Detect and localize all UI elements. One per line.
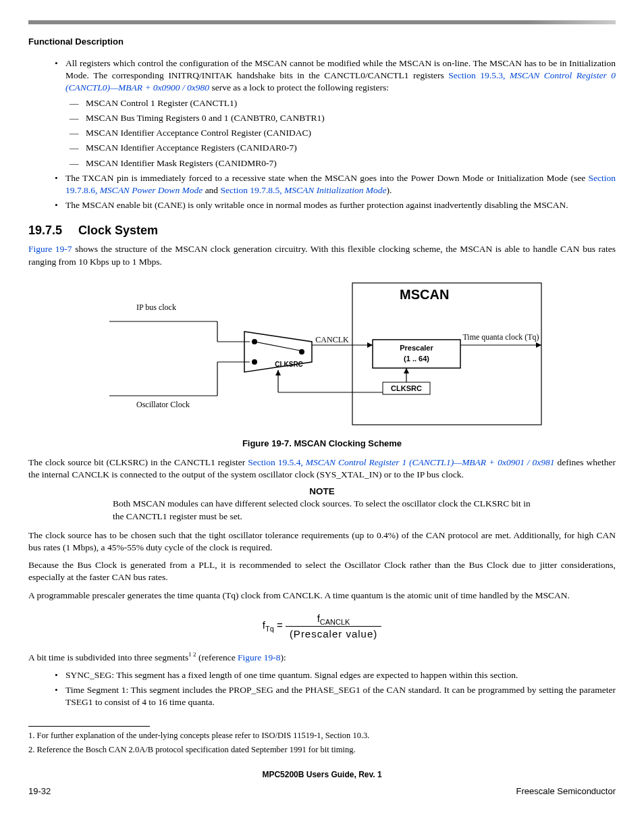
footnote-marker: 1 2 xyxy=(188,651,196,658)
list-item: MSCAN Identifier Mask Registers (CANIDMR… xyxy=(86,157,616,170)
page-footer: MPC5200B Users Guide, Rev. 1 19-32 Frees… xyxy=(28,770,616,796)
footnote: 2. Reference the Bosch CAN 2.0A/B protoc… xyxy=(28,745,616,755)
xref-link[interactable]: Section 19.7.8.5, MSCAN Initialization M… xyxy=(221,185,387,195)
svg-marker-3 xyxy=(536,342,541,348)
list-item: MSCAN Identifier Acceptance Registers (C… xyxy=(86,142,616,154)
text: ). xyxy=(387,185,392,195)
page-number: 19-32 xyxy=(28,786,51,796)
paragraph: Figure 19-7 shows the structure of the M… xyxy=(28,243,616,267)
footnote: 1. For further explanation of the under-… xyxy=(28,731,616,741)
text: serve as a lock to protect the following… xyxy=(209,82,389,93)
tq-label: Time quanta clock (Tq) xyxy=(462,332,539,342)
note-body: Both MSCAN modules can have different se… xyxy=(113,498,531,522)
xref-link[interactable]: Figure 19-8 xyxy=(238,652,280,662)
text: and xyxy=(203,185,220,195)
footer-doc-title: MPC5200B Users Guide, Rev. 1 xyxy=(28,770,616,779)
figure-caption: Figure 19-7. MSCAN Clocking Scheme xyxy=(28,438,616,448)
list-item: Time Segment 1: This segment includes th… xyxy=(65,684,616,708)
list-item: The MSCAN enable bit (CANE) is only writ… xyxy=(65,199,616,211)
svg-marker-5 xyxy=(367,342,373,348)
clksrc2-label: CLKSRC xyxy=(391,384,422,392)
paragraph: Because the Bus Clock is generated from … xyxy=(28,559,616,583)
fraction-den: (Prescaler value) xyxy=(286,627,381,640)
text: ): xyxy=(280,652,286,662)
fraction-num: fCANCLK xyxy=(286,613,381,627)
svg-rect-0 xyxy=(352,283,541,425)
list-item: SYNC_SEG: This segment has a fixed lengt… xyxy=(65,669,616,681)
canclk-label: CANCLK xyxy=(315,335,349,344)
xref-link[interactable]: Section 19.5.4, MSCAN Control Register 1… xyxy=(248,457,554,467)
paragraph: The clock source has to be chosen such t… xyxy=(28,529,616,554)
prescaler-label: Prescaler xyxy=(400,344,433,352)
svg-point-11 xyxy=(252,359,257,365)
f-lhs-sub: Tq xyxy=(265,625,274,633)
svg-marker-8 xyxy=(404,368,409,373)
page: Functional Description All registers whi… xyxy=(1,0,643,810)
mscan-label: MSCAN xyxy=(400,287,449,302)
formula-tq: fTq = fCANCLK (Prescaler value) xyxy=(28,613,616,640)
sub-list: MSCAN Control 1 Register (CANCTL1) MSCAN… xyxy=(65,97,616,170)
list-item: MSCAN Identifier Acceptance Control Regi… xyxy=(86,127,616,139)
text: (reference xyxy=(196,652,238,662)
text: shows the structure of the MSCAN clock g… xyxy=(28,244,616,266)
section-number: 19.7.5 xyxy=(28,224,62,237)
note-heading: NOTE xyxy=(28,486,616,496)
svg-point-12 xyxy=(299,349,304,355)
fraction: fCANCLK (Prescaler value) xyxy=(286,613,381,640)
list-item: All registers which control the configur… xyxy=(65,57,616,170)
text: The TXCAN pin is immediately forced to a… xyxy=(65,173,589,183)
clksrc1-label: CLKSRC xyxy=(275,361,303,368)
svg-marker-15 xyxy=(275,370,281,375)
figure-19-7: MSCAN Prescaler (1 .. 64) Time quanta cl… xyxy=(69,278,555,433)
prescaler-range: (1 .. 64) xyxy=(404,355,429,363)
segment-list: SYNC_SEG: This segment has a fixed lengt… xyxy=(28,669,616,709)
paragraph: A bit time is subdivided into three segm… xyxy=(28,650,616,664)
section-heading: 19.7.5Clock System xyxy=(28,224,616,238)
list-item: MSCAN Control 1 Register (CANCTL1) xyxy=(86,97,616,109)
svg-line-13 xyxy=(254,342,300,350)
text: The clock source bit (CLKSRC) in the CAN… xyxy=(28,457,248,467)
paragraph: The clock source bit (CLKSRC) in the CAN… xyxy=(28,457,616,481)
list-item: The TXCAN pin is immediately forced to a… xyxy=(65,172,616,197)
paragraph: A programmable prescaler generates the t… xyxy=(28,590,616,602)
clocking-diagram: MSCAN Prescaler (1 .. 64) Time quanta cl… xyxy=(69,278,555,433)
text: A bit time is subdivided into three segm… xyxy=(28,652,188,662)
osc-label: Oscillator Clock xyxy=(136,400,190,409)
f-eq: = xyxy=(277,619,283,631)
running-head: Functional Description xyxy=(28,36,616,47)
footer-company: Freescale Semiconductor xyxy=(516,786,616,796)
ip-bus-label: IP bus clock xyxy=(136,303,176,312)
header-bar xyxy=(28,20,616,24)
list-item: MSCAN Bus Timing Registers 0 and 1 (CANB… xyxy=(86,112,616,124)
config-list: All registers which control the configur… xyxy=(28,57,616,211)
xref-link[interactable]: Figure 19-7 xyxy=(28,244,72,254)
section-title: Clock System xyxy=(78,224,158,237)
footnote-rule xyxy=(28,726,150,727)
